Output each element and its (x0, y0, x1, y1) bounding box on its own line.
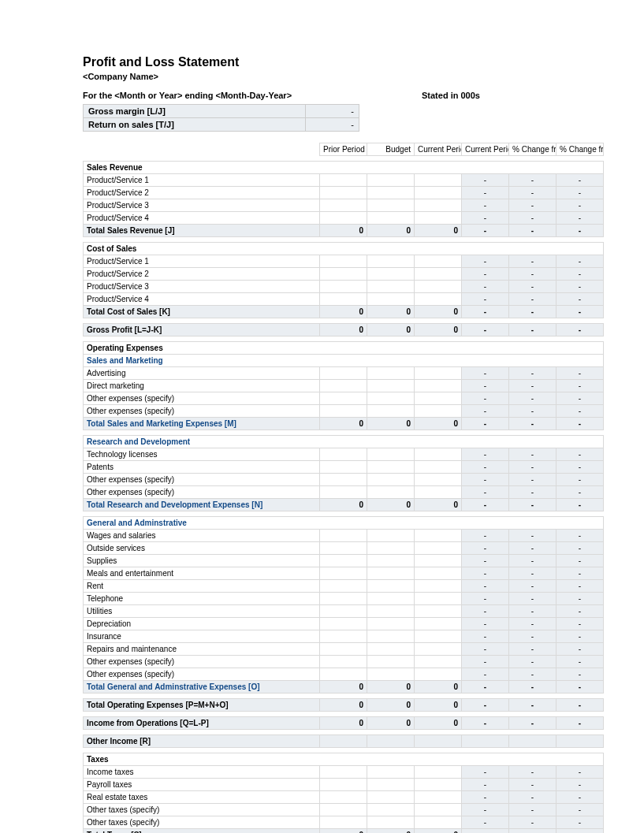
table-row: Outside services--- (84, 542, 604, 555)
total-taxes: Total Taxes [S]000--- (84, 829, 604, 834)
total-sm: Total Sales and Marketing Expenses [M]00… (84, 418, 604, 430)
table-row: Payroll taxes--- (84, 779, 604, 791)
table-row: Utilities--- (84, 605, 604, 618)
period-line: For the <Month or Year> ending <Month-Da… (83, 91, 603, 100)
table-row: Product/Service 3--- (84, 199, 604, 212)
table-row: Real estate taxes--- (84, 791, 604, 804)
gross-margin-label: Gross margin [L/J] (84, 105, 306, 118)
col-current-period: Current Period (415, 143, 462, 156)
table-row: Product/Service 2--- (84, 187, 604, 199)
profit-loss-statement: Profit and Loss Statement <Company Name>… (0, 0, 642, 833)
table-row: Supplies--- (84, 555, 604, 567)
col-pct-budget: % Change from Budget (557, 143, 604, 156)
table-row: Rent--- (84, 580, 604, 593)
table-row: Other expenses (specify)--- (84, 656, 604, 668)
table-row: Telephone--- (84, 593, 604, 605)
col-pct-prior: % Change from Prior Period (509, 143, 557, 156)
company-name: <Company Name> (83, 72, 603, 81)
table-row: Insurance--- (84, 630, 604, 643)
table-row: Advertising--- (84, 367, 604, 380)
table-row: Product/Service 3--- (84, 281, 604, 293)
table-row: Income taxes--- (84, 766, 604, 779)
table-row: Product/Service 1--- (84, 255, 604, 268)
return-on-sales-value: - (306, 118, 359, 132)
table-row: Other expenses (specify)--- (84, 474, 604, 486)
table-row: Technology licenses--- (84, 448, 604, 461)
ga-title: General and Adminstrative (84, 517, 604, 530)
income-ops: Income from Operations [Q=L-P]000--- (84, 717, 604, 730)
sm-title: Sales and Marketing (84, 355, 604, 367)
table-row: Repairs and maintenance--- (84, 643, 604, 656)
table-row: Direct marketing--- (84, 380, 604, 392)
rd-title: Research and Development (84, 436, 604, 448)
total-ga: Total General and Adminstrative Expenses… (84, 681, 604, 694)
period-ending: For the <Month or Year> ending <Month-Da… (83, 91, 422, 100)
ratio-summary: Gross margin [L/J] - Return on sales [T/… (83, 104, 359, 132)
total-op-exp: Total Operating Expenses [P=M+N+O]000--- (84, 699, 604, 712)
table-row: Other taxes (specify)--- (84, 804, 604, 816)
table-row: Product/Service 1--- (84, 174, 604, 187)
gross-margin-value: - (306, 105, 359, 118)
table-row: Other expenses (specify)--- (84, 668, 604, 681)
total-rd: Total Research and Development Expenses … (84, 499, 604, 511)
col-budget: Budget (367, 143, 415, 156)
cost-of-sales-title: Cost of Sales (84, 243, 604, 255)
stated-in: Stated in 000s (422, 91, 603, 100)
table-row: Other expenses (specify)--- (84, 405, 604, 418)
table-row: Product/Service 2--- (84, 268, 604, 281)
gross-profit: Gross Profit [L=J-K]000--- (84, 324, 604, 337)
table-row: Wages and salaries--- (84, 530, 604, 542)
document-title: Profit and Loss Statement (83, 55, 603, 69)
operating-expenses-title: Operating Expenses (84, 342, 604, 355)
table-row: Meals and entertainment--- (84, 567, 604, 580)
col-prior-period: Prior Period (320, 143, 367, 156)
table-row: Product/Service 4--- (84, 293, 604, 306)
other-income: Other Income [R] (84, 735, 604, 748)
taxes-title: Taxes (84, 753, 604, 766)
table-row: Other expenses (specify)--- (84, 486, 604, 499)
column-headers: Prior Period Budget Current Period Curre… (84, 143, 604, 156)
return-on-sales-label: Return on sales [T/J] (84, 118, 306, 132)
total-cost-of-sales: Total Cost of Sales [K]000--- (84, 306, 604, 318)
table-row: Depreciation--- (84, 618, 604, 630)
table-row: Other expenses (specify)--- (84, 392, 604, 405)
sales-revenue-title: Sales Revenue (84, 162, 604, 174)
table-row: Other taxes (specify)--- (84, 816, 604, 829)
total-sales-revenue: Total Sales Revenue [J]000--- (84, 225, 604, 237)
col-pct-sales: Current Period as % of Sales (462, 143, 509, 156)
table-row: Product/Service 4--- (84, 212, 604, 225)
table-row: Patents--- (84, 461, 604, 474)
pl-table: Prior Period Budget Current Period Curre… (83, 143, 604, 833)
